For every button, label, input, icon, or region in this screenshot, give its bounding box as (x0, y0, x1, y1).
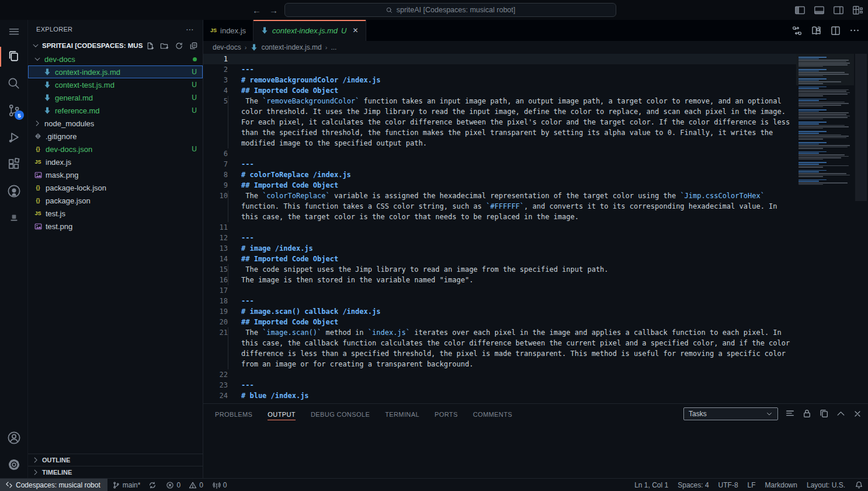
code-line-13[interactable]: 13# image /index.js (203, 243, 796, 254)
split-editor-icon[interactable] (830, 25, 841, 36)
activity-accounts[interactable] (0, 424, 27, 451)
tab-index-js[interactable]: JSindex.js (203, 20, 254, 41)
panel-tab-comments[interactable]: COMMENTS (473, 406, 512, 422)
code-line-17[interactable]: 17 (203, 285, 796, 296)
code-line-1[interactable]: 1 (203, 54, 796, 64)
minimap-viewport[interactable] (796, 54, 854, 85)
code-line-7[interactable]: 7--- (203, 159, 796, 170)
tree-item-context-test-js-md[interactable]: context-test.js.mdU (28, 78, 203, 91)
breadcrumb-item[interactable]: dev-docs (213, 43, 241, 51)
tree-item-dev-docs-json[interactable]: {}dev-docs.jsonU (28, 143, 203, 155)
customize-layout-icon[interactable] (852, 5, 863, 16)
code-line-11[interactable]: 11 (203, 222, 796, 233)
panel-tab-ports[interactable]: PORTS (435, 406, 458, 422)
nav-forward-icon[interactable]: → (269, 5, 278, 15)
close-icon[interactable]: ✕ (352, 26, 358, 34)
activity-run-debug[interactable] (0, 124, 27, 151)
panel-tab-debug-console[interactable]: DEBUG CONSOLE (311, 406, 370, 422)
clear-output-icon[interactable] (785, 409, 795, 419)
minimap[interactable] (796, 54, 854, 403)
ports-status[interactable]: 0 (208, 479, 232, 491)
activity-settings[interactable] (0, 451, 27, 478)
panel-tab-terminal[interactable]: TERMINAL (385, 406, 419, 422)
branch-status[interactable]: main* (107, 479, 162, 491)
cursor-position[interactable]: Ln 1, Col 1 (630, 479, 673, 491)
activity-github[interactable] (0, 178, 27, 205)
output-channel-select[interactable]: Tasks (683, 407, 778, 420)
toggle-panel-icon[interactable] (814, 5, 825, 16)
tab-context-index-js-md[interactable]: context-index.js.mdU✕ (254, 20, 366, 41)
encoding[interactable]: UTF-8 (714, 479, 743, 491)
code-line-21[interactable]: 21 The `image.scan()` method in `index.j… (203, 327, 796, 369)
code-line-9[interactable]: 9## Imported Code Object (203, 180, 796, 191)
code-line-15[interactable]: 15 The code snippet uses the Jimp librar… (203, 264, 796, 275)
tree-item-mask-png[interactable]: mask.png (28, 168, 203, 181)
indentation[interactable]: Spaces: 4 (673, 479, 713, 491)
toggle-primary-sidebar-icon[interactable] (794, 5, 805, 16)
activity-dev-docs-extension[interactable] (0, 205, 27, 231)
timeline-section-header[interactable]: TIMELINE (28, 466, 203, 478)
more-actions-icon[interactable] (849, 25, 860, 36)
language-mode[interactable]: Markdown (761, 479, 802, 491)
open-preview-side-icon[interactable] (811, 25, 822, 36)
breadcrumb-item[interactable]: ... (331, 43, 336, 51)
tree-item-general-md[interactable]: general.mdU (28, 91, 203, 104)
code-line-6[interactable]: 6 (203, 148, 796, 159)
code-line-5[interactable]: 5 The `removeBackgroundColor` function t… (203, 96, 796, 148)
collapse-all-icon[interactable] (189, 42, 198, 50)
code-line-24[interactable]: 24# blue /index.js (203, 390, 796, 401)
activity-extensions[interactable] (0, 151, 27, 178)
code-line-19[interactable]: 19# image.scan() callback /index.js (203, 306, 796, 317)
activity-source-control[interactable]: 5 (0, 97, 27, 124)
tree-item-reference-md[interactable]: reference.mdU (28, 104, 203, 117)
command-center-search[interactable]: spriteAI [Codespaces: musical robot] (284, 3, 616, 17)
code-line-10[interactable]: 10 The `colorToReplace` variable is assi… (203, 191, 796, 222)
tree-item-package-lock-json[interactable]: {}package-lock.json (28, 181, 203, 194)
code-line-2[interactable]: 2--- (203, 64, 796, 75)
open-changes-icon[interactable] (791, 25, 803, 36)
tree-item-context-index-js-md[interactable]: context-index.js.mdU (28, 65, 203, 78)
problems-status[interactable]: 00 (161, 479, 207, 491)
code-line-18[interactable]: 18--- (203, 296, 796, 306)
tree-item-package-json[interactable]: {}package.json (28, 194, 203, 207)
close-panel-icon[interactable] (853, 409, 862, 419)
code-line-8[interactable]: 8# colorToReplace /index.js (203, 170, 796, 180)
code-line-20[interactable]: 20## Imported Code Object (203, 317, 796, 327)
activity-explorer[interactable] (0, 43, 27, 70)
tree-item-index-js[interactable]: JSindex.js (28, 155, 203, 168)
eol[interactable]: LF (743, 479, 761, 491)
tree-item-node-modules[interactable]: node_modules (28, 117, 203, 130)
activity-search[interactable] (0, 70, 27, 97)
project-root-row[interactable]: SPRITEAI [CODESPACES: MUS... (28, 39, 203, 53)
panel-tab-problems[interactable]: PROBLEMS (215, 406, 252, 422)
code-line-16[interactable]: 16The image is then stored in the variab… (203, 275, 796, 285)
refresh-icon[interactable] (175, 42, 183, 50)
maximize-panel-icon[interactable] (836, 409, 846, 419)
outline-section-header[interactable]: OUTLINE (28, 454, 203, 466)
open-in-editor-icon[interactable] (819, 409, 829, 419)
code-line-23[interactable]: 23--- (203, 380, 796, 390)
code-line-22[interactable]: 22 (203, 369, 796, 380)
new-folder-icon[interactable] (160, 42, 169, 50)
activity-menu[interactable] (0, 20, 27, 43)
tree-item-test-js[interactable]: JStest.js (28, 207, 203, 220)
code-line-12[interactable]: 12--- (203, 233, 796, 243)
scrollbar-slider[interactable] (855, 54, 867, 201)
lock-scroll-icon[interactable] (802, 409, 812, 419)
new-file-icon[interactable] (145, 42, 154, 50)
toggle-secondary-sidebar-icon[interactable] (833, 5, 844, 16)
tree-item-test-png[interactable]: test.png (28, 220, 203, 233)
code-line-4[interactable]: 4## Imported Code Object (203, 85, 796, 96)
editor[interactable]: 1 2---3# removeBackgroundColor /index.js… (203, 54, 868, 403)
code-line-3[interactable]: 3# removeBackgroundColor /index.js (203, 75, 796, 85)
editor-scrollbar[interactable] (854, 54, 868, 403)
tree-item--gitignore[interactable]: .gitignore (28, 130, 203, 143)
panel-tab-output[interactable]: OUTPUT (268, 406, 296, 422)
code-line-14[interactable]: 14## Imported Code Object (203, 254, 796, 264)
nav-back-icon[interactable]: ← (252, 5, 261, 15)
code-area[interactable]: 1 2---3# removeBackgroundColor /index.js… (203, 54, 796, 401)
notifications-bell[interactable] (850, 479, 868, 491)
tree-item-dev-docs[interactable]: dev-docs (28, 53, 203, 65)
remote-indicator[interactable]: Codespaces: musical robot (0, 479, 107, 491)
explorer-more-actions-icon[interactable]: ⋯ (186, 25, 195, 34)
